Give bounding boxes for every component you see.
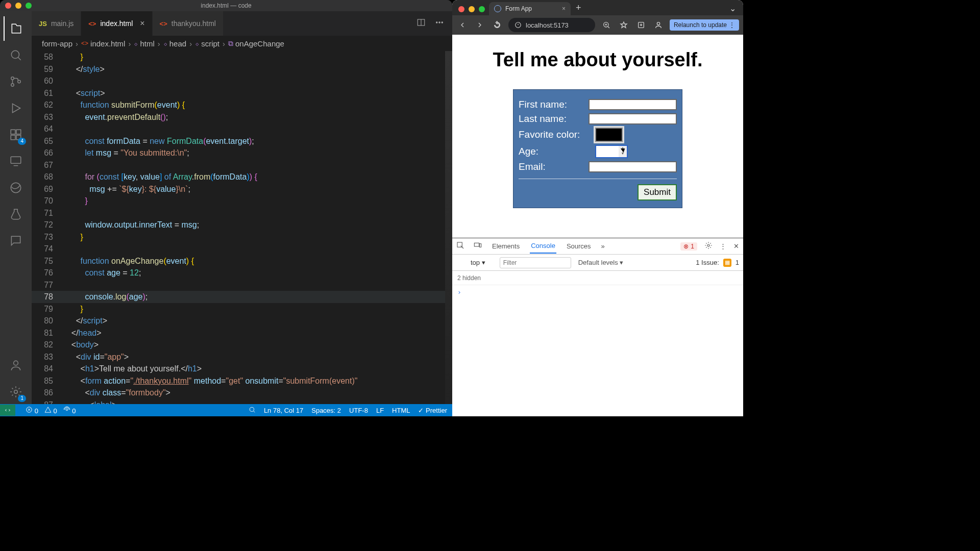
log-levels-selector[interactable]: Default levels ▾ bbox=[578, 259, 624, 266]
bookmark-star-icon[interactable] bbox=[618, 21, 630, 29]
traffic-max-icon[interactable] bbox=[26, 3, 32, 9]
label-email: Email: bbox=[519, 161, 589, 172]
status-errors[interactable]: 0 bbox=[26, 406, 38, 415]
extensions-icon[interactable]: 4 bbox=[4, 122, 28, 147]
spin-up-icon[interactable]: ▲ bbox=[619, 146, 627, 152]
js-file-icon: JS bbox=[39, 20, 47, 28]
chrome-traffic-max-icon[interactable] bbox=[479, 6, 485, 12]
console-output[interactable]: › bbox=[452, 285, 743, 416]
tab-label: thankyou.html bbox=[172, 19, 216, 28]
tab-close-icon[interactable]: × bbox=[562, 5, 566, 12]
chat-icon[interactable] bbox=[4, 229, 28, 253]
last-name-input[interactable] bbox=[589, 113, 677, 124]
traffic-min-icon[interactable] bbox=[15, 3, 21, 9]
svg-point-22 bbox=[657, 22, 659, 25]
new-tab-button[interactable]: + bbox=[571, 3, 586, 15]
editor-tab[interactable]: <>thankyou.html bbox=[153, 11, 224, 36]
traffic-close-icon[interactable] bbox=[5, 3, 11, 9]
remote-explorer-icon[interactable] bbox=[4, 149, 28, 173]
editor-tabs: JSmain.js<>index.html×<>thankyou.html bbox=[32, 11, 452, 36]
source-control-icon[interactable] bbox=[4, 69, 28, 94]
status-encoding[interactable]: UTF-8 bbox=[349, 407, 368, 414]
status-magnify-icon[interactable] bbox=[249, 406, 256, 415]
breadcrumb-item[interactable]: ⬦ head bbox=[163, 39, 186, 48]
site-info-icon[interactable] bbox=[514, 21, 522, 29]
devtools-menu-icon[interactable]: ⋮ bbox=[720, 242, 726, 250]
split-editor-icon[interactable] bbox=[416, 18, 426, 29]
chrome-traffic-min-icon[interactable] bbox=[469, 6, 475, 12]
svg-rect-8 bbox=[11, 157, 21, 163]
settings-gear-icon[interactable]: 1 bbox=[4, 380, 28, 404]
element-icon: ⬦ bbox=[134, 39, 138, 47]
editor-tab[interactable]: <>index.html× bbox=[81, 11, 152, 36]
label-first-name: First name: bbox=[519, 99, 589, 110]
device-toolbar-icon[interactable] bbox=[474, 241, 482, 251]
method-icon: ⧉ bbox=[228, 39, 233, 48]
issues-badge[interactable]: ▦ bbox=[723, 259, 731, 267]
breadcrumb-item[interactable]: ⬦ html bbox=[134, 39, 154, 48]
install-app-icon[interactable] bbox=[635, 21, 647, 29]
tab-title: Form App bbox=[505, 5, 532, 12]
svg-point-13 bbox=[436, 22, 437, 23]
minimap[interactable] bbox=[445, 51, 452, 404]
chrome-traffic-close-icon[interactable] bbox=[458, 6, 464, 12]
code-editor[interactable]: 58 }59 </style>6061 <script>62 function … bbox=[32, 51, 452, 404]
address-bar[interactable]: localhost:5173 bbox=[508, 18, 595, 32]
zoom-icon[interactable] bbox=[600, 21, 612, 29]
devtools-tab-sources[interactable]: Sources bbox=[566, 239, 592, 253]
editor-tab[interactable]: JSmain.js bbox=[32, 11, 81, 36]
form-card: First name: Last name: Favorite color: A… bbox=[513, 89, 682, 208]
submit-button[interactable]: Submit bbox=[638, 184, 677, 201]
back-button[interactable] bbox=[456, 21, 469, 29]
breadcrumb-item[interactable]: form-app bbox=[42, 39, 72, 48]
age-input[interactable]: ▲▼ bbox=[595, 145, 628, 158]
search-icon[interactable] bbox=[4, 43, 28, 67]
tab-close-icon[interactable]: × bbox=[140, 19, 144, 28]
status-eol[interactable]: LF bbox=[376, 407, 384, 414]
devtools-tab-elements[interactable]: Elements bbox=[491, 239, 521, 253]
status-warnings[interactable]: 0 bbox=[44, 406, 57, 415]
relaunch-button[interactable]: Relaunch to update ⋮ bbox=[670, 19, 739, 31]
devtools-close-icon[interactable]: ✕ bbox=[733, 242, 739, 250]
svg-point-1 bbox=[11, 77, 14, 80]
email-input[interactable] bbox=[589, 161, 677, 172]
breadcrumb-item[interactable]: ⧉ onAgeChange bbox=[228, 39, 284, 48]
svg-point-17 bbox=[66, 409, 68, 411]
spin-down-icon[interactable]: ▼ bbox=[619, 152, 627, 157]
tabstrip-menu-icon[interactable]: ⌄ bbox=[722, 4, 743, 15]
run-debug-icon[interactable] bbox=[4, 96, 28, 120]
console-filter-input[interactable] bbox=[500, 257, 571, 268]
context-selector[interactable]: top ▾ bbox=[471, 259, 485, 266]
reload-button[interactable] bbox=[491, 21, 503, 29]
breadcrumb-item[interactable]: ⬦ script bbox=[195, 39, 219, 48]
html-file-icon: <> bbox=[81, 40, 88, 47]
inspect-element-icon[interactable] bbox=[456, 241, 464, 251]
color-input[interactable] bbox=[595, 128, 623, 142]
accounts-icon[interactable] bbox=[4, 353, 28, 378]
devtools-error-pill[interactable]: ⊗ 1 bbox=[680, 242, 697, 251]
status-language[interactable]: HTML bbox=[392, 407, 410, 414]
devtools-tab-console[interactable]: Console bbox=[530, 239, 556, 254]
forward-button[interactable] bbox=[474, 21, 486, 29]
profile-icon[interactable] bbox=[652, 21, 665, 29]
status-formatter[interactable]: ✓ Prettier bbox=[418, 407, 447, 414]
edge-tools-icon[interactable] bbox=[4, 176, 28, 200]
testing-icon[interactable] bbox=[4, 202, 28, 227]
svg-point-18 bbox=[250, 407, 254, 411]
browser-tab[interactable]: Form App × bbox=[489, 2, 571, 15]
status-spaces[interactable]: Spaces: 2 bbox=[311, 407, 341, 414]
remote-indicator[interactable] bbox=[0, 405, 15, 416]
chrome-window: Form App × + ⌄ localhost:5173 Relaunch t… bbox=[452, 0, 743, 416]
status-ports[interactable]: 0 bbox=[63, 406, 76, 415]
tab-favicon-icon bbox=[494, 5, 501, 12]
devtools-more-tabs-icon[interactable]: » bbox=[601, 242, 605, 250]
status-cursor[interactable]: Ln 78, Col 17 bbox=[264, 407, 303, 414]
issues-label[interactable]: 1 Issue: bbox=[696, 259, 719, 266]
explorer-icon[interactable] bbox=[4, 16, 28, 41]
hidden-messages[interactable]: 2 hidden bbox=[457, 274, 481, 282]
breadcrumb-item[interactable]: <> index.html bbox=[81, 39, 125, 48]
more-actions-icon[interactable] bbox=[435, 18, 444, 29]
breadcrumbs[interactable]: form-app›<> index.html›⬦ html›⬦ head›⬦ s… bbox=[32, 36, 452, 51]
first-name-input[interactable] bbox=[589, 99, 677, 110]
devtools-settings-gear-icon[interactable] bbox=[704, 241, 713, 251]
